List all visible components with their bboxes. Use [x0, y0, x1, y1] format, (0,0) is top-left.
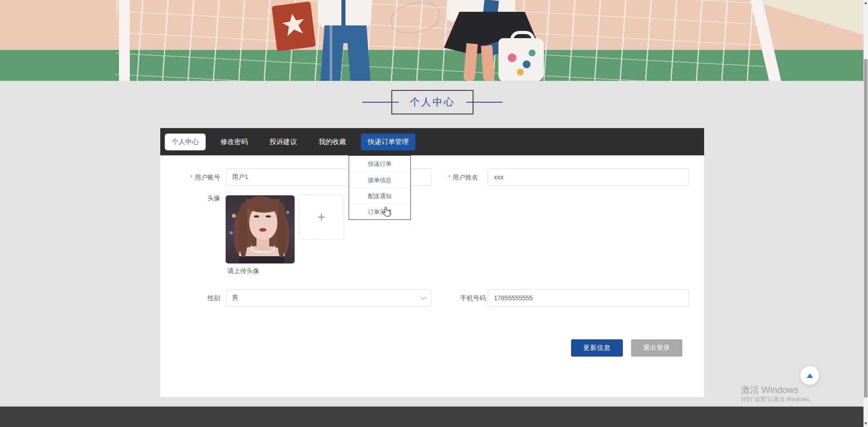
goal-net-pattern [115, 0, 765, 81]
avatar-hair-strand [277, 203, 286, 257]
username-input[interactable] [488, 169, 689, 186]
avatar-eye [266, 215, 271, 218]
page-footer [0, 407, 868, 427]
tab-express-order-management[interactable]: 快递订单管理 [361, 134, 415, 150]
dropdown-item-express-order[interactable]: 快递订单 [349, 156, 410, 172]
account-label: *用户账号 [173, 169, 220, 186]
figure2-shopping-bag [498, 38, 544, 81]
tab-personal-center[interactable]: 个人中心 [165, 134, 206, 150]
tab-complaints[interactable]: 投诉建议 [263, 134, 304, 150]
avatar-necklace [251, 245, 275, 253]
watermark-subtitle: 转到"设置"以激活 Windows。 [741, 395, 815, 404]
gender-selected-value: 男 [232, 294, 238, 302]
gender-select[interactable]: 男 [226, 289, 432, 307]
figure1-red-book [271, 1, 316, 51]
avatar-upload-button[interactable]: + [299, 194, 344, 240]
avatar-top [239, 256, 285, 263]
avatar-label: 头像 [178, 192, 220, 204]
gender-label: 性别 [178, 289, 220, 307]
profile-panel: 个人中心 修改密码 投诉建议 我的收藏 快递订单管理 快递订单 接单信息 配送通… [160, 128, 704, 397]
scrollbar-thumb[interactable] [864, 59, 868, 397]
required-mark: * [449, 174, 451, 181]
plus-icon: + [317, 210, 326, 224]
windows-activation-watermark: 激活 Windows 转到"设置"以激活 Windows。 [741, 385, 815, 404]
figure1-jacket-stripe [341, 0, 345, 27]
banner-illustration [0, 0, 868, 81]
avatar-image[interactable] [226, 195, 295, 263]
scrollbar-down-arrow-icon[interactable] [864, 422, 867, 425]
page-title: 个人中心 [391, 90, 473, 114]
tab-bar: 个人中心 修改密码 投诉建议 我的收藏 快递订单管理 [160, 128, 704, 155]
dropdown-item-order-taking-info[interactable]: 接单信息 [349, 172, 410, 188]
back-to-top-button[interactable] [800, 366, 819, 385]
phone-label: 手机号码 [433, 289, 486, 307]
chevron-down-icon [420, 294, 426, 300]
avatar-eye [254, 215, 259, 218]
avatar-upload-hint: 请上传头像 [227, 267, 259, 275]
required-mark: * [191, 174, 193, 181]
phone-input[interactable] [488, 289, 689, 307]
update-info-button[interactable]: 更新信息 [571, 339, 623, 357]
express-order-dropdown: 快递订单 接单信息 配送通知 订单完成 [349, 155, 411, 220]
dropdown-item-delivery-notice[interactable]: 配送通知 [349, 188, 410, 204]
tab-change-password[interactable]: 修改密码 [214, 134, 255, 150]
logout-button[interactable]: 退出登录 [631, 339, 682, 357]
title-section: 个人中心 [0, 81, 868, 128]
avatar-lips [259, 228, 266, 232]
goal-post-left [119, 0, 130, 81]
profile-form: *用户账号 *用户姓名 头像 + [160, 155, 704, 397]
avatar-hair-strand [239, 203, 247, 257]
tab-favorites[interactable]: 我的收藏 [312, 134, 353, 150]
up-arrow-icon [807, 373, 813, 378]
dropdown-item-order-complete[interactable]: 订单完成 [349, 204, 410, 219]
username-label: *用户姓名 [431, 169, 478, 186]
figure2-leg [481, 45, 494, 81]
page: 个人中心 个人中心 修改密码 投诉建议 我的收藏 快递订单管理 快递订单 接单信… [0, 0, 868, 427]
watermark-title: 激活 Windows [741, 385, 815, 395]
scrollbar-up-arrow-icon[interactable] [864, 2, 867, 4]
vertical-scrollbar[interactable] [863, 0, 868, 427]
